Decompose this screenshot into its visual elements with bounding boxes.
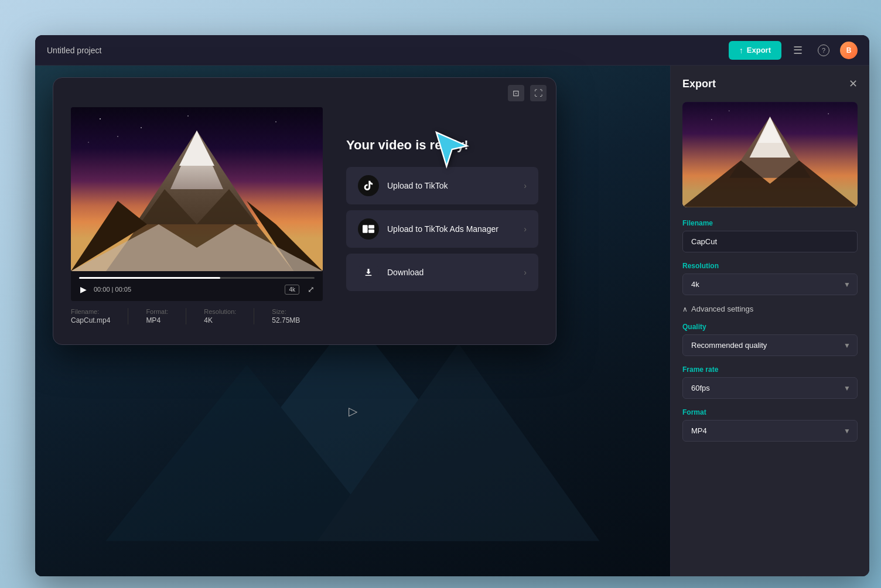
fullscreen-expand-icon: ⤢	[308, 285, 315, 294]
quality-select-wrapper: Recommended quality High quality Custom …	[682, 334, 858, 356]
resolution-label: Resolution	[682, 262, 858, 270]
menu-icon: ☰	[793, 44, 803, 57]
upload-icon: ↑	[739, 46, 743, 55]
top-bar-right: ↑ Export ☰ ? B	[729, 41, 858, 60]
tiktok-icon	[363, 180, 374, 192]
filename-input[interactable]	[682, 231, 858, 252]
menu-icon-button[interactable]: ☰	[788, 41, 807, 60]
panel-header: Export ✕	[682, 77, 858, 90]
play-button[interactable]: ▶	[79, 283, 88, 295]
panel-title: Export	[682, 78, 716, 90]
modal-actions: Your video is ready! Upload to TikTok ›	[346, 107, 538, 327]
share-icon: ⊡	[513, 88, 520, 98]
play-icon: ▷	[349, 404, 357, 418]
svg-point-5	[141, 127, 142, 128]
project-title: Untitled project	[47, 46, 101, 55]
chevron-right-icon-3: ›	[524, 268, 527, 277]
chevron-right-icon-2: ›	[524, 224, 527, 234]
quality-select[interactable]: Recommended quality High quality Custom	[682, 334, 858, 356]
svg-point-6	[117, 136, 118, 137]
help-icon: ?	[818, 45, 829, 56]
background-play-button[interactable]: ▷	[341, 399, 364, 423]
upload-tiktok-ads-button[interactable]: Upload to TikTok Ads Manager ›	[346, 210, 538, 248]
format-select[interactable]: MP4 MOV AVI	[682, 420, 858, 442]
file-info: Filename: CapCut.mp4 Format: MP4 Resolut…	[71, 308, 323, 327]
fullscreen-button[interactable]: ⤢	[308, 285, 315, 294]
advanced-settings-toggle[interactable]: ∧ Advanced settings	[682, 305, 753, 313]
svg-point-9	[88, 142, 89, 143]
svg-point-7	[187, 115, 189, 117]
framerate-select[interactable]: 60fps 30fps 24fps	[682, 377, 858, 399]
resolution-select-wrapper: 4k 2K 1080p 720p ▼	[682, 274, 858, 295]
video-thumbnail	[71, 107, 323, 271]
video-preview	[71, 107, 323, 271]
chevron-up-icon: ∧	[682, 305, 688, 313]
progress-bar-fill	[79, 277, 220, 279]
quality-badge: 4k	[285, 285, 299, 295]
panel-mountain-svg	[682, 102, 858, 207]
format-select-wrapper: MP4 MOV AVI ▼	[682, 420, 858, 442]
main-content: ▷ ⊡ ⛶	[35, 66, 869, 576]
close-panel-button[interactable]: ✕	[849, 77, 858, 90]
quality-label: Quality	[682, 323, 858, 331]
download-icon-container	[358, 262, 379, 283]
export-modal: ⊡ ⛶	[53, 77, 556, 345]
format-label: Format	[682, 408, 858, 416]
download-button[interactable]: Download ›	[346, 254, 538, 291]
separator-1	[128, 308, 128, 324]
export-button[interactable]: ↑ Export	[729, 41, 781, 60]
chevron-right-icon-1: ›	[524, 181, 527, 190]
framerate-label: Frame rate	[682, 365, 858, 374]
file-info-format: Format: MP4	[146, 308, 168, 324]
svg-point-4	[100, 118, 101, 119]
tiktok-ads-icon-container	[358, 218, 379, 240]
player-controls: ▶ 00:00 | 00:05 4k ⤢	[71, 271, 323, 301]
download-icon	[363, 267, 374, 278]
file-info-size: Size: 52.75MB	[272, 308, 300, 324]
share-icon-button[interactable]: ⊡	[508, 85, 524, 101]
svg-point-24	[828, 113, 829, 114]
video-preview-container: ▶ 00:00 | 00:05 4k ⤢	[71, 107, 323, 327]
svg-rect-17	[363, 225, 368, 233]
right-panel: Export ✕	[670, 66, 869, 576]
filename-label: Filename	[682, 219, 858, 227]
editor-area: ▷ ⊡ ⛶	[35, 66, 670, 576]
separator-2	[186, 308, 186, 324]
file-info-filename: Filename: CapCut.mp4	[71, 308, 110, 324]
svg-point-23	[729, 111, 729, 111]
app-window: Untitled project ↑ Export ☰ ? B	[35, 35, 869, 576]
avatar[interactable]: B	[840, 42, 858, 59]
upload-tiktok-button[interactable]: Upload to TikTok ›	[346, 167, 538, 204]
mountain-video-svg	[71, 107, 323, 271]
modal-title: Your video is ready!	[346, 138, 538, 153]
time-display: 00:00 | 00:05	[94, 286, 131, 293]
modal-top-icons: ⊡ ⛶	[508, 85, 547, 101]
controls-row: ▶ 00:00 | 00:05 4k ⤢	[79, 283, 315, 295]
framerate-select-wrapper: 60fps 30fps 24fps ▼	[682, 377, 858, 399]
progress-bar[interactable]	[79, 277, 315, 279]
svg-point-22	[711, 119, 712, 120]
tiktok-icon-container	[358, 175, 379, 196]
fullscreen-icon-button[interactable]: ⛶	[530, 85, 547, 101]
help-icon-button[interactable]: ?	[814, 41, 833, 60]
top-bar: Untitled project ↑ Export ☰ ? B	[35, 35, 869, 66]
panel-preview	[682, 102, 858, 207]
modal-body: ▶ 00:00 | 00:05 4k ⤢	[53, 78, 556, 344]
separator-3	[254, 308, 254, 324]
svg-rect-19	[368, 229, 374, 233]
svg-rect-18	[368, 225, 374, 228]
tiktok-ads-icon	[363, 225, 374, 233]
panel-preview-image	[682, 102, 858, 207]
svg-point-8	[275, 121, 276, 122]
resolution-select[interactable]: 4k 2K 1080p 720p	[682, 274, 858, 295]
fullscreen-icon: ⛶	[534, 88, 542, 98]
file-info-resolution: Resolution: 4K	[204, 308, 236, 324]
